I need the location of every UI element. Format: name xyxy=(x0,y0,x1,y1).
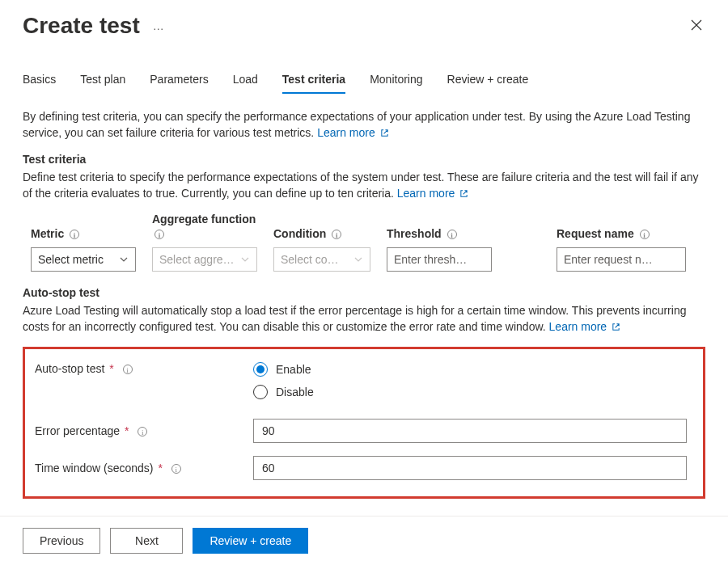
col-header-metric: Metric i xyxy=(31,227,136,242)
metric-select[interactable]: Select metric xyxy=(31,247,136,272)
tab-monitoring[interactable]: Monitoring xyxy=(370,73,422,94)
chevron-down-icon xyxy=(240,255,250,264)
criteria-row: Select metric Select aggre… Select co… E… xyxy=(23,247,705,272)
tab-basics[interactable]: Basics xyxy=(23,73,56,94)
intro-paragraph: By defining test criteria, you can speci… xyxy=(23,108,705,141)
review-create-button[interactable]: Review + create xyxy=(193,528,308,554)
col-header-aggregate: Aggregate function i xyxy=(152,213,257,241)
footer-divider xyxy=(0,516,728,517)
tab-test-plan[interactable]: Test plan xyxy=(80,73,125,94)
info-icon[interactable]: i xyxy=(171,464,181,474)
previous-button[interactable]: Previous xyxy=(23,528,100,554)
external-link-icon xyxy=(612,323,620,331)
auto-stop-radio-group: Enable Disable xyxy=(253,362,687,399)
more-actions-icon[interactable]: … xyxy=(153,19,164,32)
tab-load[interactable]: Load xyxy=(233,73,258,94)
test-criteria-desc: Define test criteria to specify the perf… xyxy=(23,169,705,202)
info-icon[interactable]: i xyxy=(138,427,147,436)
page-title: Create test xyxy=(23,13,140,39)
col-header-condition: Condition i xyxy=(273,227,370,242)
chevron-down-icon xyxy=(119,255,129,264)
test-criteria-heading: Test criteria xyxy=(23,153,705,166)
panel-header: Create test … xyxy=(0,0,728,39)
error-percentage-label: Error percentage * i xyxy=(35,424,253,437)
info-icon[interactable]: i xyxy=(640,230,650,239)
col-header-request: Request name i xyxy=(557,227,686,242)
external-link-icon xyxy=(459,189,468,198)
time-window-input[interactable] xyxy=(253,456,687,480)
info-icon[interactable]: i xyxy=(123,365,133,374)
learn-more-link-3[interactable]: Learn more xyxy=(549,320,620,333)
required-asterisk: * xyxy=(158,462,162,474)
tab-bar: Basics Test plan Parameters Load Test cr… xyxy=(0,73,728,94)
close-button[interactable] xyxy=(688,15,705,36)
learn-more-link-2[interactable]: Learn more xyxy=(397,187,468,200)
error-percentage-input[interactable] xyxy=(253,419,687,443)
auto-stop-desc: Azure Load Testing will automatically st… xyxy=(23,302,705,335)
info-icon[interactable]: i xyxy=(70,230,79,239)
auto-stop-test-label: Auto-stop test * i xyxy=(35,362,253,375)
radio-circle-icon xyxy=(253,385,268,399)
footer-actions: Previous Next Review + create xyxy=(23,528,308,554)
chevron-down-icon xyxy=(353,255,363,264)
col-header-threshold: Threshold i xyxy=(387,227,492,242)
auto-stop-heading: Auto-stop test xyxy=(23,286,705,299)
time-window-label: Time window (seconds) * i xyxy=(35,462,253,474)
tab-parameters[interactable]: Parameters xyxy=(150,73,208,94)
threshold-input[interactable]: Enter thresh… xyxy=(387,247,492,272)
criteria-header-row: Metric i Aggregate function i Condition … xyxy=(23,213,705,241)
tab-review-create[interactable]: Review + create xyxy=(447,73,529,94)
condition-select[interactable]: Select co… xyxy=(273,247,370,272)
info-icon[interactable]: i xyxy=(447,230,457,239)
tab-test-criteria[interactable]: Test criteria xyxy=(282,73,345,94)
request-name-input[interactable]: Enter request n… xyxy=(557,247,686,272)
external-link-icon xyxy=(380,129,389,137)
close-icon xyxy=(691,19,702,31)
required-asterisk: * xyxy=(109,362,113,375)
auto-stop-config-box: Auto-stop test * i Enable Disable xyxy=(23,347,705,499)
aggregate-select[interactable]: Select aggre… xyxy=(152,247,257,272)
content-area: By defining test criteria, you can speci… xyxy=(0,94,728,499)
info-icon[interactable]: i xyxy=(332,230,341,239)
radio-disable[interactable]: Disable xyxy=(253,385,687,399)
info-icon[interactable]: i xyxy=(154,230,164,239)
radio-circle-icon xyxy=(253,362,268,377)
required-asterisk: * xyxy=(125,424,129,437)
learn-more-link-1[interactable]: Learn more xyxy=(317,126,388,139)
radio-enable[interactable]: Enable xyxy=(253,362,687,377)
next-button[interactable]: Next xyxy=(110,528,183,554)
